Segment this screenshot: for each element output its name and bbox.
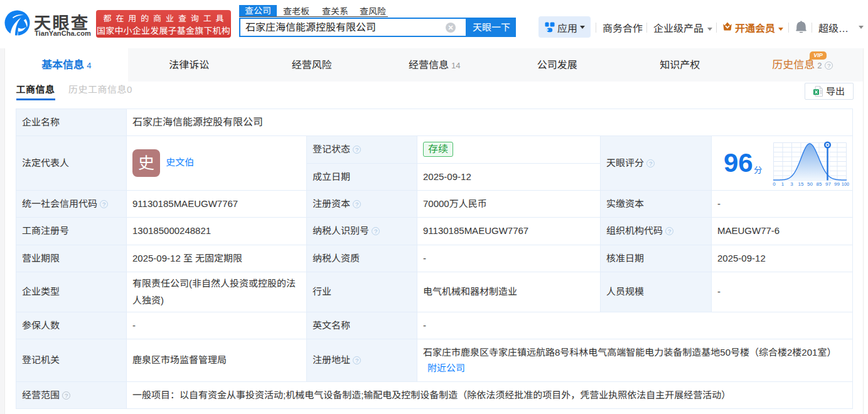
svg-text:100: 100 [842, 181, 849, 186]
svg-text:97: 97 [825, 181, 831, 186]
svg-text:85: 85 [817, 181, 822, 186]
svg-text:50: 50 [807, 181, 813, 186]
svg-text:0: 0 [773, 181, 776, 186]
svg-text:3: 3 [790, 181, 793, 186]
svg-text:1: 1 [781, 181, 785, 186]
svg-text:99: 99 [834, 181, 840, 186]
svg-text:15: 15 [798, 181, 804, 186]
